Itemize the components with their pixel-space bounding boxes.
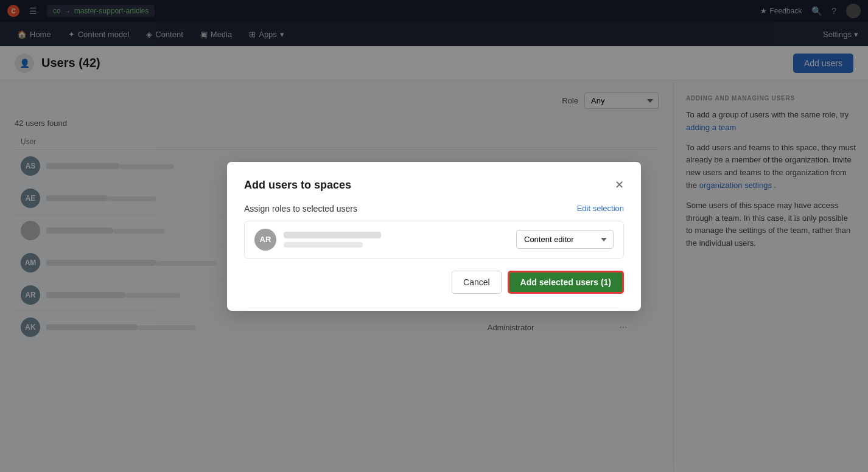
modal-user-row: AR Content editor Author Administrator R… (244, 221, 624, 259)
modal-user-email-placeholder (284, 242, 363, 248)
modal-user-info (284, 232, 509, 248)
modal-role-select[interactable]: Content editor Author Administrator Read… (516, 230, 614, 249)
modal-title: Add users to spaces (244, 179, 351, 192)
cancel-button[interactable]: Cancel (452, 271, 502, 294)
modal-assign-label: Assign roles to selected users (244, 204, 357, 213)
modal-header: Add users to spaces ✕ (244, 179, 624, 192)
add-selected-users-button[interactable]: Add selected users (1) (508, 271, 624, 294)
modal-user-avatar: AR (254, 229, 276, 251)
modal-footer: Cancel Add selected users (1) (244, 271, 624, 294)
edit-selection-link[interactable]: Edit selection (577, 204, 624, 213)
modal-overlay: Add users to spaces ✕ Assign roles to se… (0, 0, 868, 472)
modal-user-name-placeholder (284, 232, 381, 238)
modal-close-button[interactable]: ✕ (615, 179, 624, 190)
modal-add-users: Add users to spaces ✕ Assign roles to se… (227, 162, 641, 311)
modal-assign-row: Assign roles to selected users Edit sele… (244, 204, 624, 213)
